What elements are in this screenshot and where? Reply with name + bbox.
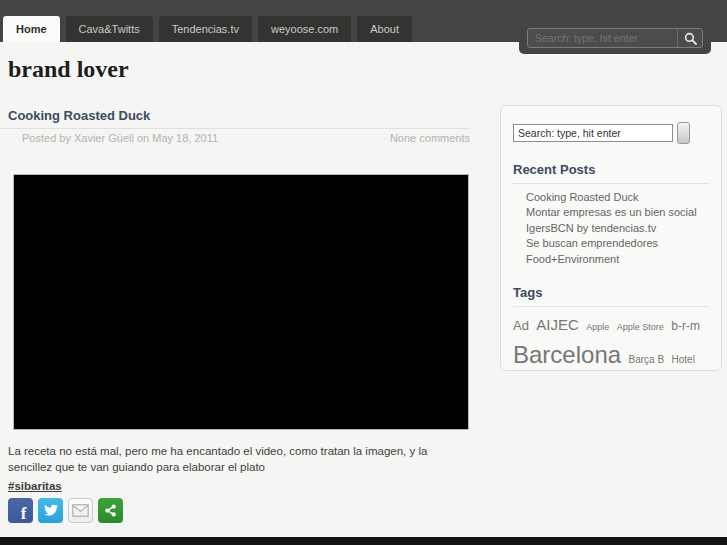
- social-share-row: f: [8, 498, 123, 523]
- tags-divider: [513, 306, 709, 307]
- video-embed[interactable]: [13, 174, 469, 430]
- nav-tab-tendencias-tv[interactable]: Tendencias.tv: [159, 16, 252, 42]
- footer-bar: [0, 537, 727, 545]
- tag-link[interactable]: Apple Store: [617, 322, 664, 332]
- tag-link[interactable]: Apple: [586, 322, 609, 332]
- post-byline: Posted by Xavier Güell on May 18, 2011: [8, 132, 218, 144]
- recent-post-link[interactable]: IgersBCN by tendencias.tv: [526, 221, 709, 236]
- tag-link[interactable]: Ad: [513, 318, 529, 333]
- recent-post-link[interactable]: Cooking Roasted Duck: [526, 190, 709, 205]
- post-title[interactable]: Cooking Roasted Duck: [8, 108, 150, 123]
- sidebar-search: [513, 122, 709, 144]
- facebook-f-glyph: f: [21, 504, 27, 524]
- sidebar: Recent Posts Cooking Roasted Duck Montar…: [500, 105, 722, 371]
- header-search: [527, 28, 703, 48]
- site-title[interactable]: brand lover: [8, 56, 129, 83]
- page: Home Cava&Twitts Tendencias.tv weyoose.c…: [0, 0, 727, 545]
- tags-heading: Tags: [513, 285, 709, 300]
- recent-post-link[interactable]: Se buscan emprendedores: [526, 236, 709, 251]
- email-share-icon[interactable]: [68, 498, 93, 523]
- recent-posts-divider: [513, 183, 709, 184]
- header-search-input[interactable]: [528, 29, 677, 47]
- recent-posts-heading: Recent Posts: [513, 162, 709, 177]
- search-icon: [684, 32, 697, 45]
- sidebar-search-button[interactable]: [677, 122, 690, 144]
- post-body: La receta no está mal, pero me ha encant…: [8, 443, 472, 494]
- share-icon[interactable]: [98, 498, 123, 523]
- hashtag-link[interactable]: #sibaritas: [8, 478, 62, 494]
- nav-tabs: Home Cava&Twitts Tendencias.tv weyoose.c…: [3, 16, 412, 42]
- recent-post-link[interactable]: Montar empresas es un bien social: [526, 205, 709, 220]
- twitter-bird-glyph: [42, 502, 59, 519]
- share-nodes-glyph: [102, 502, 119, 519]
- nav-tab-cava-twitts[interactable]: Cava&Twitts: [66, 16, 153, 42]
- nav-tab-home[interactable]: Home: [3, 16, 60, 42]
- facebook-share-icon[interactable]: f: [8, 498, 33, 523]
- nav-tab-about[interactable]: About: [357, 16, 412, 42]
- nav-tab-weyoose[interactable]: weyoose.com: [258, 16, 351, 42]
- header-search-button[interactable]: [677, 29, 702, 47]
- envelope-glyph: [72, 504, 89, 517]
- tag-link[interactable]: Barça B: [629, 354, 665, 365]
- post-meta-row: Posted by Xavier Güell on May 18, 2011 N…: [8, 132, 470, 144]
- tag-cloud: Ad AIJEC Apple Apple Store b-r-m Barcelo…: [513, 313, 709, 373]
- post-title-divider: [0, 128, 470, 129]
- tag-link[interactable]: Hotel: [672, 354, 695, 365]
- tag-link[interactable]: AIJEC: [536, 316, 579, 333]
- recent-posts-list: Cooking Roasted Duck Montar empresas es …: [513, 190, 709, 267]
- twitter-share-icon[interactable]: [38, 498, 63, 523]
- tag-link[interactable]: Barcelona: [513, 341, 621, 368]
- sidebar-search-input[interactable]: [513, 124, 673, 142]
- post-comments-link[interactable]: None comments: [390, 132, 470, 144]
- recent-post-link[interactable]: Food+Environment: [526, 252, 709, 267]
- tag-link[interactable]: b-r-m: [671, 319, 700, 333]
- post-body-text: La receta no está mal, pero me ha encant…: [8, 445, 427, 473]
